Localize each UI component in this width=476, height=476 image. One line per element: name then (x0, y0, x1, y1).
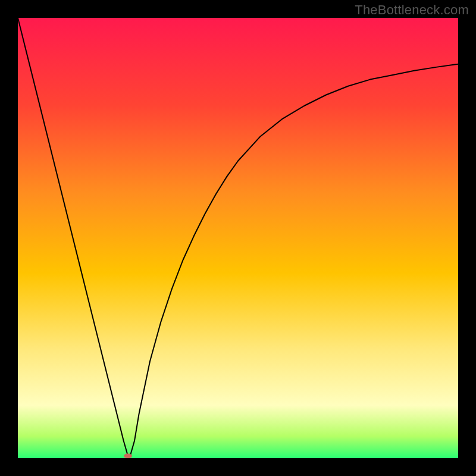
watermark-text: TheBottleneck.com (355, 2, 469, 18)
optimal-point-marker (124, 453, 132, 458)
chart-frame: TheBottleneck.com (0, 0, 476, 476)
plot-area (18, 18, 458, 458)
gradient-background (18, 18, 458, 458)
bottleneck-chart (18, 18, 458, 458)
